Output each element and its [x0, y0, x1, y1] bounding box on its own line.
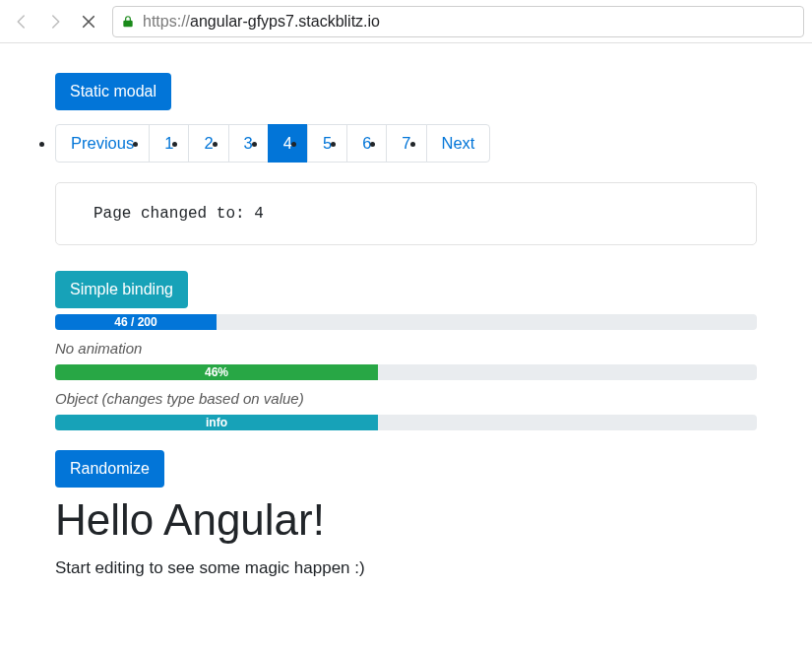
progress-2-caption: Object (changes type based on value) — [55, 390, 757, 407]
progress-1-bar: 46 / 200 — [55, 314, 217, 330]
close-icon — [80, 13, 97, 31]
page-item-5[interactable]: 5 — [307, 124, 347, 163]
pagination: Previous 1234567 Next — [55, 124, 757, 163]
page-link-label: 4 — [269, 125, 307, 162]
arrow-left-icon — [13, 13, 31, 31]
static-modal-button[interactable]: Static modal — [55, 73, 171, 110]
lock-icon — [121, 15, 135, 29]
status-well: Page changed to: 4 — [55, 182, 757, 245]
progress-3: info — [55, 415, 757, 430]
progress-2-bar: 46% — [55, 364, 378, 380]
progress-3-bar: info — [55, 415, 378, 430]
stop-button[interactable] — [75, 8, 102, 35]
status-text: Page changed to: 4 — [94, 205, 264, 223]
page-content: Static modal Previous 1234567 Next Page … — [0, 43, 812, 608]
browser-toolbar: https://angular-gfyps7.stackblitz.io — [0, 0, 812, 43]
back-button[interactable] — [8, 8, 35, 35]
page-link-label: 6 — [347, 125, 386, 162]
page-link-label: 3 — [229, 125, 268, 162]
progress-1: 46 / 200 — [55, 314, 757, 330]
page-item-3[interactable]: 3 — [228, 124, 269, 163]
address-bar[interactable]: https://angular-gfyps7.stackblitz.io — [112, 6, 804, 37]
page-link-label: 7 — [387, 125, 425, 162]
url-text: https://angular-gfyps7.stackblitz.io — [143, 13, 380, 31]
page-item-7[interactable]: 7 — [386, 124, 426, 163]
url-host: angular-gfyps7.stackblitz.io — [190, 13, 380, 30]
page-link-label: 1 — [150, 125, 188, 162]
page-item-6[interactable]: 6 — [346, 124, 387, 163]
page-link-label: 5 — [308, 125, 346, 162]
page-link-label: 2 — [189, 125, 227, 162]
arrow-right-icon — [46, 13, 64, 31]
page-next-label: Next — [427, 125, 490, 162]
page-next[interactable]: Next — [426, 124, 491, 163]
page-item-1[interactable]: 1 — [149, 124, 189, 163]
page-item-2[interactable]: 2 — [188, 124, 228, 163]
progress-2: 46% — [55, 364, 757, 380]
progress-1-caption: No animation — [55, 340, 757, 357]
simple-binding-button[interactable]: Simple binding — [55, 271, 188, 308]
randomize-button[interactable]: Randomize — [55, 450, 164, 488]
page-subtext: Start editing to see some magic happen :… — [55, 558, 757, 578]
url-scheme: https:// — [143, 13, 190, 30]
page-item-4[interactable]: 4 — [268, 124, 308, 163]
page-heading: Hello Angular! — [55, 495, 757, 545]
forward-button[interactable] — [41, 8, 69, 35]
